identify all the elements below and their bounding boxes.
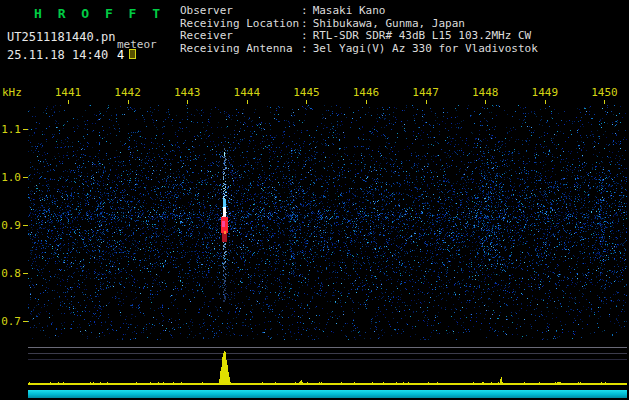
info-label: Observer bbox=[180, 5, 301, 18]
echo-count: 4 bbox=[117, 48, 124, 62]
info-separator: : bbox=[301, 42, 308, 55]
time-tick-mark bbox=[247, 100, 248, 104]
info-separator: : bbox=[301, 17, 308, 30]
time-tick-mark bbox=[187, 100, 188, 104]
time-tick-label: 1443 bbox=[170, 86, 204, 99]
receiver-info: Observer:Masaki Kano Receiving Location:… bbox=[180, 5, 538, 55]
hrofft-screenshot: H R O F F T UT2511181440.pn meteor 25.11… bbox=[0, 0, 629, 400]
info-label: Receiver bbox=[180, 30, 301, 43]
info-value: RTL-SDR SDR# 43dB L15 103.2MHz CW bbox=[313, 29, 532, 42]
time-tick-label: 1448 bbox=[468, 86, 502, 99]
freq-tick-label: 0.8 bbox=[1, 267, 21, 280]
info-value: Masaki Kano bbox=[313, 4, 386, 17]
time-tick-mark bbox=[426, 100, 427, 104]
freq-tick-label: 1.0 bbox=[1, 171, 21, 184]
signal-level-canvas bbox=[28, 345, 627, 388]
yellow-marker bbox=[129, 49, 136, 59]
noise-level-bar bbox=[28, 390, 627, 398]
info-separator: : bbox=[301, 4, 308, 17]
time-tick-mark bbox=[485, 100, 486, 104]
spectrogram-canvas bbox=[28, 105, 627, 340]
freq-tick-label: 0.9 bbox=[1, 219, 21, 232]
info-row: Receiving Antenna:3el Yagi(V) Az 330 for… bbox=[180, 43, 538, 56]
time-tick-label: 1445 bbox=[289, 86, 323, 99]
time-tick-label: 1450 bbox=[587, 86, 621, 99]
time-tick-label: 1449 bbox=[528, 86, 562, 99]
info-value: 3el Yagi(V) Az 330 for Vladivostok bbox=[313, 42, 538, 55]
time-tick-mark bbox=[604, 100, 605, 104]
time-tick-label: 1442 bbox=[111, 86, 145, 99]
time-tick-label: 1441 bbox=[51, 86, 85, 99]
freq-tick-label: 0.7 bbox=[1, 315, 21, 328]
info-separator: : bbox=[301, 29, 308, 42]
time-tick-label: 1447 bbox=[409, 86, 443, 99]
time-tick-mark bbox=[366, 100, 367, 104]
time-tick-mark bbox=[128, 100, 129, 104]
time-tick-label: 1444 bbox=[230, 86, 264, 99]
freq-axis-unit: kHz bbox=[2, 86, 22, 99]
time-tick-mark bbox=[68, 100, 69, 104]
time-tick-mark bbox=[545, 100, 546, 104]
time-tick-label: 1446 bbox=[349, 86, 383, 99]
datetime: 25.11.18 14:40 bbox=[7, 48, 108, 62]
freq-tick-label: 1.1 bbox=[1, 123, 21, 136]
time-tick-mark bbox=[306, 100, 307, 104]
app-title: H R O F F T bbox=[34, 6, 164, 21]
info-label: Receiving Antenna bbox=[180, 43, 301, 56]
filename: UT2511181440.pn bbox=[7, 30, 115, 44]
info-value: Shibukawa, Gunma, Japan bbox=[313, 17, 465, 30]
